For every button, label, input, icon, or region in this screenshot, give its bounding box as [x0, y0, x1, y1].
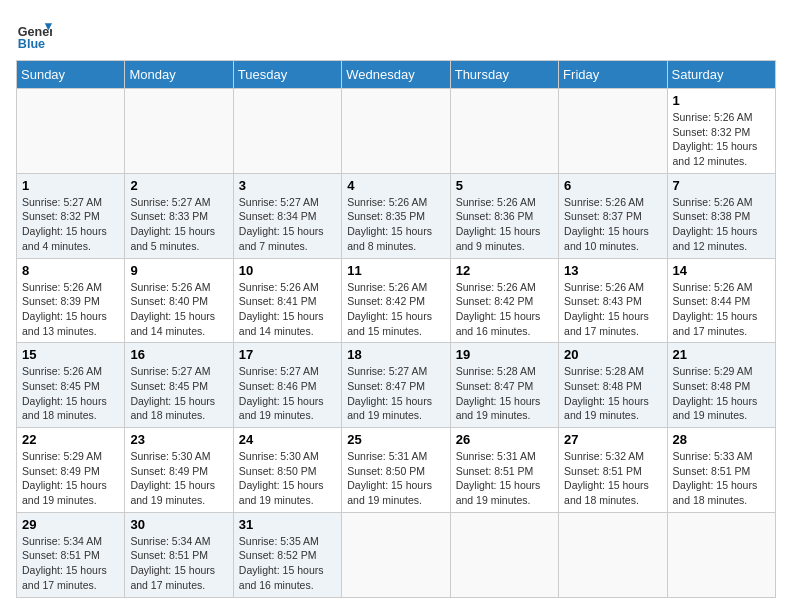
day-info: Sunrise: 5:26 AMSunset: 8:36 PMDaylight:…	[456, 196, 541, 252]
day-number: 20	[564, 347, 661, 362]
day-number: 28	[673, 432, 770, 447]
day-info: Sunrise: 5:26 AMSunset: 8:42 PMDaylight:…	[456, 281, 541, 337]
calendar-cell: 21 Sunrise: 5:29 AMSunset: 8:48 PMDaylig…	[667, 343, 775, 428]
day-number: 3	[239, 178, 336, 193]
day-info: Sunrise: 5:27 AMSunset: 8:45 PMDaylight:…	[130, 365, 215, 421]
column-header-thursday: Thursday	[450, 61, 558, 89]
calendar-cell: 16 Sunrise: 5:27 AMSunset: 8:45 PMDaylig…	[125, 343, 233, 428]
calendar-cell: 6 Sunrise: 5:26 AMSunset: 8:37 PMDayligh…	[559, 173, 667, 258]
day-info: Sunrise: 5:28 AMSunset: 8:47 PMDaylight:…	[456, 365, 541, 421]
calendar-cell: 7 Sunrise: 5:26 AMSunset: 8:38 PMDayligh…	[667, 173, 775, 258]
calendar-cell: 12 Sunrise: 5:26 AMSunset: 8:42 PMDaylig…	[450, 258, 558, 343]
day-number: 2	[130, 178, 227, 193]
calendar-cell	[559, 89, 667, 174]
day-info: Sunrise: 5:32 AMSunset: 8:51 PMDaylight:…	[564, 450, 649, 506]
day-info: Sunrise: 5:31 AMSunset: 8:50 PMDaylight:…	[347, 450, 432, 506]
calendar-cell: 17 Sunrise: 5:27 AMSunset: 8:46 PMDaylig…	[233, 343, 341, 428]
calendar-week-5: 22 Sunrise: 5:29 AMSunset: 8:49 PMDaylig…	[17, 428, 776, 513]
svg-text:Blue: Blue	[18, 37, 45, 51]
day-number: 9	[130, 263, 227, 278]
day-info: Sunrise: 5:26 AMSunset: 8:43 PMDaylight:…	[564, 281, 649, 337]
day-info: Sunrise: 5:26 AMSunset: 8:38 PMDaylight:…	[673, 196, 758, 252]
day-info: Sunrise: 5:26 AMSunset: 8:39 PMDaylight:…	[22, 281, 107, 337]
day-number: 6	[564, 178, 661, 193]
calendar-week-4: 15 Sunrise: 5:26 AMSunset: 8:45 PMDaylig…	[17, 343, 776, 428]
day-number: 4	[347, 178, 444, 193]
day-info: Sunrise: 5:34 AMSunset: 8:51 PMDaylight:…	[22, 535, 107, 591]
calendar-cell: 15 Sunrise: 5:26 AMSunset: 8:45 PMDaylig…	[17, 343, 125, 428]
calendar-cell: 31 Sunrise: 5:35 AMSunset: 8:52 PMDaylig…	[233, 512, 341, 597]
calendar-cell: 28 Sunrise: 5:33 AMSunset: 8:51 PMDaylig…	[667, 428, 775, 513]
day-number: 31	[239, 517, 336, 532]
day-number: 14	[673, 263, 770, 278]
day-number: 23	[130, 432, 227, 447]
calendar-cell: 10 Sunrise: 5:26 AMSunset: 8:41 PMDaylig…	[233, 258, 341, 343]
calendar-cell: 9 Sunrise: 5:26 AMSunset: 8:40 PMDayligh…	[125, 258, 233, 343]
calendar-cell	[667, 512, 775, 597]
calendar-cell: 25 Sunrise: 5:31 AMSunset: 8:50 PMDaylig…	[342, 428, 450, 513]
column-header-tuesday: Tuesday	[233, 61, 341, 89]
day-number: 30	[130, 517, 227, 532]
day-number: 22	[22, 432, 119, 447]
calendar-week-6: 29 Sunrise: 5:34 AMSunset: 8:51 PMDaylig…	[17, 512, 776, 597]
day-number: 1	[22, 178, 119, 193]
calendar-cell: 13 Sunrise: 5:26 AMSunset: 8:43 PMDaylig…	[559, 258, 667, 343]
day-info: Sunrise: 5:31 AMSunset: 8:51 PMDaylight:…	[456, 450, 541, 506]
day-info: Sunrise: 5:26 AMSunset: 8:37 PMDaylight:…	[564, 196, 649, 252]
calendar-cell: 27 Sunrise: 5:32 AMSunset: 8:51 PMDaylig…	[559, 428, 667, 513]
column-header-friday: Friday	[559, 61, 667, 89]
day-info: Sunrise: 5:26 AMSunset: 8:41 PMDaylight:…	[239, 281, 324, 337]
day-number: 24	[239, 432, 336, 447]
calendar-cell: 11 Sunrise: 5:26 AMSunset: 8:42 PMDaylig…	[342, 258, 450, 343]
day-info: Sunrise: 5:27 AMSunset: 8:46 PMDaylight:…	[239, 365, 324, 421]
calendar-cell: 23 Sunrise: 5:30 AMSunset: 8:49 PMDaylig…	[125, 428, 233, 513]
calendar-cell: 20 Sunrise: 5:28 AMSunset: 8:48 PMDaylig…	[559, 343, 667, 428]
column-header-sunday: Sunday	[17, 61, 125, 89]
calendar-week-1: 1 Sunrise: 5:26 AMSunset: 8:32 PMDayligh…	[17, 89, 776, 174]
day-info: Sunrise: 5:26 AMSunset: 8:44 PMDaylight:…	[673, 281, 758, 337]
day-info: Sunrise: 5:26 AMSunset: 8:45 PMDaylight:…	[22, 365, 107, 421]
page-header: General Blue	[16, 16, 776, 52]
day-info: Sunrise: 5:29 AMSunset: 8:48 PMDaylight:…	[673, 365, 758, 421]
calendar-cell: 22 Sunrise: 5:29 AMSunset: 8:49 PMDaylig…	[17, 428, 125, 513]
calendar-header-row: SundayMondayTuesdayWednesdayThursdayFrid…	[17, 61, 776, 89]
day-number: 17	[239, 347, 336, 362]
calendar-cell: 5 Sunrise: 5:26 AMSunset: 8:36 PMDayligh…	[450, 173, 558, 258]
day-number: 19	[456, 347, 553, 362]
day-number: 29	[22, 517, 119, 532]
day-info: Sunrise: 5:27 AMSunset: 8:32 PMDaylight:…	[22, 196, 107, 252]
day-info: Sunrise: 5:26 AMSunset: 8:42 PMDaylight:…	[347, 281, 432, 337]
day-number: 1	[673, 93, 770, 108]
day-info: Sunrise: 5:27 AMSunset: 8:47 PMDaylight:…	[347, 365, 432, 421]
calendar-week-3: 8 Sunrise: 5:26 AMSunset: 8:39 PMDayligh…	[17, 258, 776, 343]
day-number: 21	[673, 347, 770, 362]
day-info: Sunrise: 5:27 AMSunset: 8:34 PMDaylight:…	[239, 196, 324, 252]
calendar-cell	[450, 512, 558, 597]
day-number: 25	[347, 432, 444, 447]
calendar-cell	[17, 89, 125, 174]
column-header-wednesday: Wednesday	[342, 61, 450, 89]
calendar-cell: 18 Sunrise: 5:27 AMSunset: 8:47 PMDaylig…	[342, 343, 450, 428]
column-header-saturday: Saturday	[667, 61, 775, 89]
day-info: Sunrise: 5:27 AMSunset: 8:33 PMDaylight:…	[130, 196, 215, 252]
calendar-cell	[125, 89, 233, 174]
day-number: 13	[564, 263, 661, 278]
day-number: 7	[673, 178, 770, 193]
day-info: Sunrise: 5:34 AMSunset: 8:51 PMDaylight:…	[130, 535, 215, 591]
day-number: 15	[22, 347, 119, 362]
calendar-cell: 24 Sunrise: 5:30 AMSunset: 8:50 PMDaylig…	[233, 428, 341, 513]
calendar-cell: 8 Sunrise: 5:26 AMSunset: 8:39 PMDayligh…	[17, 258, 125, 343]
calendar-cell	[559, 512, 667, 597]
day-info: Sunrise: 5:26 AMSunset: 8:32 PMDaylight:…	[673, 111, 758, 167]
logo: General Blue	[16, 16, 56, 52]
calendar-cell: 19 Sunrise: 5:28 AMSunset: 8:47 PMDaylig…	[450, 343, 558, 428]
calendar-cell: 1 Sunrise: 5:27 AMSunset: 8:32 PMDayligh…	[17, 173, 125, 258]
day-info: Sunrise: 5:35 AMSunset: 8:52 PMDaylight:…	[239, 535, 324, 591]
day-number: 16	[130, 347, 227, 362]
day-info: Sunrise: 5:30 AMSunset: 8:50 PMDaylight:…	[239, 450, 324, 506]
calendar-cell: 1 Sunrise: 5:26 AMSunset: 8:32 PMDayligh…	[667, 89, 775, 174]
day-number: 18	[347, 347, 444, 362]
calendar-cell: 2 Sunrise: 5:27 AMSunset: 8:33 PMDayligh…	[125, 173, 233, 258]
calendar-cell	[233, 89, 341, 174]
calendar-body: 1 Sunrise: 5:26 AMSunset: 8:32 PMDayligh…	[17, 89, 776, 598]
